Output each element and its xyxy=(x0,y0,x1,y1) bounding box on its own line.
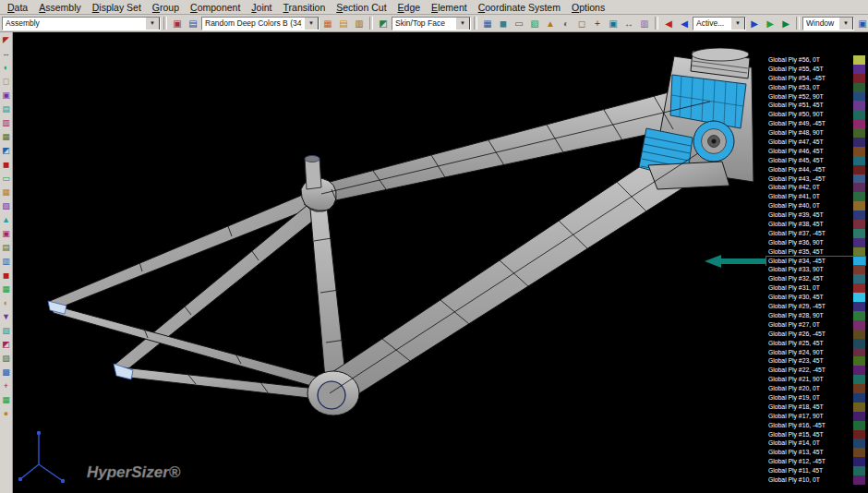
legend-row[interactable]: Global Ply #12, -45T xyxy=(766,457,865,466)
legend-row[interactable]: Global Ply #16, -45T xyxy=(766,421,865,430)
menu-item[interactable]: Component xyxy=(185,1,246,14)
legend-row[interactable]: Global Ply #35, 45T xyxy=(766,247,865,257)
legend-row[interactable]: Global Ply #18, 45T xyxy=(766,403,865,412)
normals-icon[interactable]: ▲ xyxy=(1,214,12,225)
legend-row[interactable]: Global Ply #50, 90T xyxy=(766,110,865,119)
legend-row[interactable]: Global Ply #23, 45T xyxy=(766,356,865,366)
play-icon[interactable]: ▶ xyxy=(778,17,793,30)
legend-row[interactable]: Global Ply #26, -45T xyxy=(766,330,865,339)
legend-row[interactable]: Global Ply #48, 90T xyxy=(766,128,865,138)
contour-plot-icon[interactable]: ▦ xyxy=(320,17,335,30)
rotate-icon[interactable]: ◐ xyxy=(1,62,12,73)
legend-row[interactable]: Global Ply #33, 90T xyxy=(766,265,865,274)
grid-icon[interactable]: ▦ xyxy=(1,394,12,405)
element-normals-icon[interactable]: ▲ xyxy=(543,17,558,30)
edges-icon[interactable]: ▧ xyxy=(1,200,12,211)
wireframe-icon[interactable]: ▭ xyxy=(1,173,12,184)
analysis-icon[interactable]: ◩ xyxy=(1,339,12,350)
mesh-view-icon[interactable]: ▦ xyxy=(480,17,495,30)
prev-set-icon[interactable]: ◀ xyxy=(677,17,692,30)
legend-row[interactable]: Global Ply #45, 45T xyxy=(766,156,865,165)
layer-count-icon[interactable]: ▥ xyxy=(352,17,367,30)
menu-item[interactable]: Options xyxy=(566,1,610,14)
legend-row[interactable]: Global Ply #28, 90T xyxy=(766,311,865,320)
mesh-icon[interactable]: ▦ xyxy=(1,186,12,198)
info-icon[interactable]: ● xyxy=(1,408,12,419)
materials-icon[interactable]: ◼ xyxy=(1,270,12,281)
face-combo[interactable]: Skin/Top Face xyxy=(392,17,471,30)
menu-item[interactable]: Display Set xyxy=(87,1,147,14)
contour-icon[interactable]: ▩ xyxy=(1,367,12,378)
fit-view-icon[interactable]: ▣ xyxy=(1,90,12,101)
legend-row[interactable]: Global Ply #55, 45T xyxy=(766,65,865,74)
legend-row[interactable]: Global Ply #49, -45T xyxy=(766,119,865,128)
menu-item[interactable]: Group xyxy=(147,1,185,14)
legend-row[interactable]: Global Ply #44, -45T xyxy=(766,165,865,174)
next-component-icon[interactable]: ▶ xyxy=(763,17,778,30)
menu-item[interactable]: Data xyxy=(2,1,33,14)
legend-row[interactable]: Global Ply #30, 45T xyxy=(766,293,865,302)
chevron-down-icon[interactable] xyxy=(304,17,319,30)
results-icon[interactable]: ▨ xyxy=(1,353,12,364)
wireframe-view-icon[interactable]: ▭ xyxy=(512,17,526,30)
pan-icon[interactable]: ↔ xyxy=(1,48,12,59)
menu-item[interactable]: Assembly xyxy=(33,1,87,14)
chevron-down-icon[interactable] xyxy=(838,17,853,30)
side-view-icon[interactable]: ▦ xyxy=(1,131,12,142)
properties-icon[interactable]: ▥ xyxy=(1,256,12,267)
legend-row[interactable]: Global Ply #10, 0T xyxy=(766,475,865,485)
legend-row[interactable]: Global Ply #51, 45T xyxy=(766,101,865,110)
legend-row[interactable]: Global Ply #41, 0T xyxy=(766,192,865,201)
legend-row[interactable]: Global Ply #47, 45T xyxy=(766,138,865,147)
snapshot-icon[interactable]: ▣ xyxy=(606,17,621,30)
window-combo[interactable]: Window xyxy=(802,17,854,30)
legend-row[interactable]: Global Ply #15, 45T xyxy=(766,430,865,439)
menu-item[interactable]: Section Cut xyxy=(331,1,392,14)
active-combo[interactable]: Active... xyxy=(693,17,746,30)
shaded-icon[interactable]: ◼ xyxy=(1,159,12,170)
legend-row[interactable]: Global Ply #38, 45T xyxy=(766,220,865,229)
new-window-icon[interactable]: ▣ xyxy=(855,17,868,30)
labels-icon[interactable]: ▥ xyxy=(637,17,652,30)
ply-stack-icon[interactable]: ▤ xyxy=(336,17,351,30)
legend-row[interactable]: Global Ply #37, -45T xyxy=(766,229,865,238)
menu-item[interactable]: Edge xyxy=(392,1,427,14)
legend-row[interactable]: Global Ply #17, 90T xyxy=(766,412,865,421)
axes-icon[interactable]: + xyxy=(1,380,12,391)
legend-row[interactable]: Global Ply #39, 45T xyxy=(766,210,865,220)
legend-row[interactable]: Global Ply #56, 0T xyxy=(766,55,865,65)
select-pointer-icon[interactable]: ◤ xyxy=(1,34,12,45)
legend-row[interactable]: Global Ply #27, 0T xyxy=(766,320,865,330)
legend-row[interactable]: Global Ply #46, 45T xyxy=(766,147,865,156)
display-settings-icon[interactable]: ▣ xyxy=(170,17,185,30)
color-palette-combo[interactable]: Random Deep Colors B (34) xyxy=(201,17,319,30)
constraints-icon[interactable]: ▧ xyxy=(1,325,12,336)
face-select-icon[interactable]: ◩ xyxy=(376,17,391,30)
menu-item[interactable]: Element xyxy=(426,1,473,14)
legend-row[interactable]: Global Ply #21, 90T xyxy=(766,375,865,384)
orientation-icon[interactable]: ◐ xyxy=(1,297,12,308)
assembly-combo[interactable]: Assembly xyxy=(2,17,161,30)
legend-row[interactable]: Global Ply #36, 90T xyxy=(766,238,865,247)
top-view-icon[interactable]: ▥ xyxy=(1,117,12,128)
zoom-window-icon[interactable]: ◻ xyxy=(574,17,589,30)
legend-row[interactable]: Global Ply #43, -45T xyxy=(766,174,865,184)
layup-icon[interactable]: ▦ xyxy=(1,283,12,295)
next-set-icon[interactable]: ▶ xyxy=(747,17,762,30)
groups-icon[interactable]: ▣ xyxy=(1,228,12,239)
legend-row[interactable]: Global Ply #14, 0T xyxy=(766,439,865,448)
legend-row[interactable]: Global Ply #40, 0T xyxy=(766,201,865,210)
iso-view-icon[interactable]: ◩ xyxy=(1,145,12,156)
legend-row[interactable]: Global Ply #42, 0T xyxy=(766,183,865,192)
chevron-down-icon[interactable] xyxy=(455,17,470,30)
legend-row[interactable]: Global Ply #34, -45T xyxy=(766,257,865,266)
pan-view-icon[interactable]: + xyxy=(590,17,605,30)
legend-row[interactable]: Global Ply #25, 45T xyxy=(766,339,865,348)
legend-row[interactable]: Global Ply #13, 45T xyxy=(766,448,865,457)
free-edge-icon[interactable]: ▧ xyxy=(527,17,542,30)
zoom-icon[interactable]: ◻ xyxy=(1,76,12,87)
menu-item[interactable]: Joint xyxy=(246,1,277,14)
legend-row[interactable]: Global Ply #52, 90T xyxy=(766,92,865,102)
legend-row[interactable]: Global Ply #20, 0T xyxy=(766,384,865,393)
legend-row[interactable]: Global Ply #22, -45T xyxy=(766,366,865,375)
